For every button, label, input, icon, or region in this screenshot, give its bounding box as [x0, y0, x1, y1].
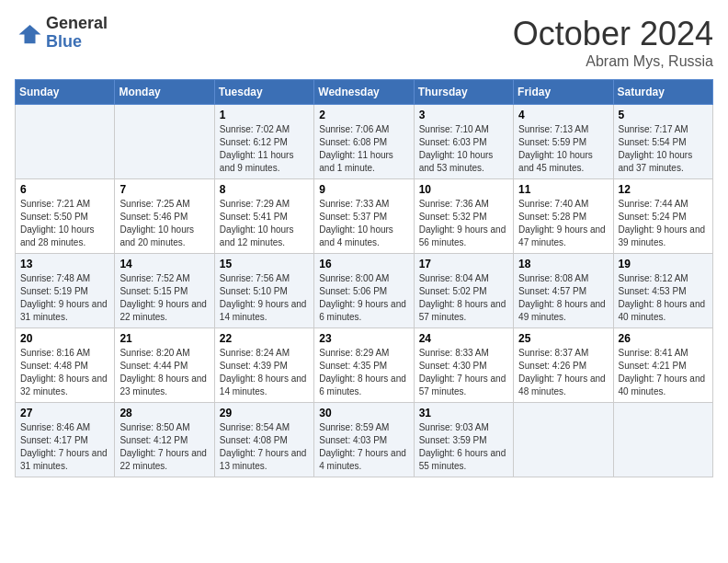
day-info: Sunrise: 8:37 AM Sunset: 4:26 PM Dayligh… [518, 347, 608, 398]
week-row-5: 27Sunrise: 8:46 AM Sunset: 4:17 PM Dayli… [16, 403, 713, 477]
svg-marker-0 [19, 25, 41, 43]
day-number: 19 [619, 258, 708, 270]
day-info: Sunrise: 7:33 AM Sunset: 5:37 PM Dayligh… [319, 198, 408, 249]
day-number: 29 [220, 407, 309, 419]
calendar-table: SundayMondayTuesdayWednesdayThursdayFrid… [15, 79, 713, 477]
day-cell [514, 403, 613, 477]
logo-icon [15, 19, 42, 47]
day-number: 14 [119, 258, 209, 270]
day-number: 9 [319, 183, 408, 196]
day-cell: 25Sunrise: 8:37 AM Sunset: 4:26 PM Dayli… [514, 328, 613, 403]
col-header-wednesday: Wednesday [314, 80, 414, 105]
day-cell: 11Sunrise: 7:40 AM Sunset: 5:28 PM Dayli… [514, 179, 613, 254]
day-info: Sunrise: 8:20 AM Sunset: 4:44 PM Dayligh… [119, 347, 209, 398]
week-row-2: 6Sunrise: 7:21 AM Sunset: 5:50 PM Daylig… [16, 179, 713, 254]
day-info: Sunrise: 9:03 AM Sunset: 3:59 PM Dayligh… [419, 421, 508, 473]
day-cell: 16Sunrise: 8:00 AM Sunset: 5:06 PM Dayli… [314, 254, 414, 328]
day-info: Sunrise: 7:02 AM Sunset: 6:12 PM Dayligh… [220, 123, 309, 175]
day-cell: 14Sunrise: 7:52 AM Sunset: 5:15 PM Dayli… [115, 254, 214, 328]
day-info: Sunrise: 8:29 AM Sunset: 4:35 PM Dayligh… [319, 347, 408, 398]
day-number: 31 [419, 407, 508, 419]
day-cell: 27Sunrise: 8:46 AM Sunset: 4:17 PM Dayli… [16, 403, 115, 477]
day-number: 17 [419, 258, 508, 270]
day-number: 2 [319, 109, 408, 121]
day-cell: 9Sunrise: 7:33 AM Sunset: 5:37 PM Daylig… [314, 179, 414, 254]
day-cell: 30Sunrise: 8:59 AM Sunset: 4:03 PM Dayli… [314, 403, 414, 477]
day-cell: 23Sunrise: 8:29 AM Sunset: 4:35 PM Dayli… [314, 328, 414, 403]
day-number: 6 [20, 183, 109, 196]
day-cell: 4Sunrise: 7:13 AM Sunset: 5:59 PM Daylig… [514, 105, 613, 179]
day-number: 4 [518, 109, 608, 121]
col-header-monday: Monday [115, 80, 214, 105]
day-info: Sunrise: 8:41 AM Sunset: 4:21 PM Dayligh… [619, 347, 708, 398]
day-cell: 22Sunrise: 8:24 AM Sunset: 4:39 PM Dayli… [214, 328, 313, 403]
day-info: Sunrise: 8:16 AM Sunset: 4:48 PM Dayligh… [20, 347, 109, 398]
month-title: October 2024 [513, 15, 713, 53]
day-number: 15 [220, 258, 309, 270]
day-number: 18 [518, 258, 608, 270]
col-header-sunday: Sunday [16, 80, 115, 105]
day-info: Sunrise: 7:17 AM Sunset: 5:54 PM Dayligh… [619, 123, 708, 175]
day-number: 11 [518, 183, 608, 196]
day-number: 24 [419, 332, 508, 345]
day-cell: 21Sunrise: 8:20 AM Sunset: 4:44 PM Dayli… [115, 328, 214, 403]
day-info: Sunrise: 8:00 AM Sunset: 5:06 PM Dayligh… [319, 272, 408, 324]
week-row-4: 20Sunrise: 8:16 AM Sunset: 4:48 PM Dayli… [16, 328, 713, 403]
day-number: 27 [20, 407, 109, 419]
day-info: Sunrise: 7:56 AM Sunset: 5:10 PM Dayligh… [220, 272, 309, 324]
day-number: 22 [220, 332, 309, 345]
day-cell: 13Sunrise: 7:48 AM Sunset: 5:19 PM Dayli… [16, 254, 115, 328]
day-cell: 8Sunrise: 7:29 AM Sunset: 5:41 PM Daylig… [214, 179, 313, 254]
logo-line2: Blue [46, 33, 108, 52]
day-number: 23 [319, 332, 408, 345]
day-number: 13 [20, 258, 109, 270]
day-cell: 20Sunrise: 8:16 AM Sunset: 4:48 PM Dayli… [16, 328, 115, 403]
day-info: Sunrise: 7:40 AM Sunset: 5:28 PM Dayligh… [518, 198, 608, 249]
day-number: 25 [518, 332, 608, 345]
day-number: 30 [319, 407, 408, 419]
day-number: 5 [619, 109, 708, 121]
week-row-1: 1Sunrise: 7:02 AM Sunset: 6:12 PM Daylig… [16, 105, 713, 179]
day-info: Sunrise: 7:13 AM Sunset: 5:59 PM Dayligh… [518, 123, 608, 175]
col-header-saturday: Saturday [613, 80, 712, 105]
location-subtitle: Abram Mys, Russia [513, 53, 713, 70]
day-cell: 24Sunrise: 8:33 AM Sunset: 4:30 PM Dayli… [414, 328, 513, 403]
day-cell: 26Sunrise: 8:41 AM Sunset: 4:21 PM Dayli… [613, 328, 712, 403]
day-info: Sunrise: 8:08 AM Sunset: 4:57 PM Dayligh… [518, 272, 608, 324]
col-header-friday: Friday [514, 80, 613, 105]
logo-line1: General [46, 15, 108, 33]
day-number: 21 [119, 332, 209, 345]
day-cell: 19Sunrise: 8:12 AM Sunset: 4:53 PM Dayli… [613, 254, 712, 328]
day-info: Sunrise: 7:10 AM Sunset: 6:03 PM Dayligh… [419, 123, 508, 175]
day-info: Sunrise: 7:36 AM Sunset: 5:32 PM Dayligh… [419, 198, 508, 249]
day-info: Sunrise: 7:21 AM Sunset: 5:50 PM Dayligh… [20, 198, 109, 249]
day-info: Sunrise: 8:04 AM Sunset: 5:02 PM Dayligh… [419, 272, 508, 324]
day-info: Sunrise: 8:50 AM Sunset: 4:12 PM Dayligh… [119, 421, 209, 473]
day-number: 8 [220, 183, 309, 196]
day-cell: 7Sunrise: 7:25 AM Sunset: 5:46 PM Daylig… [115, 179, 214, 254]
day-info: Sunrise: 8:24 AM Sunset: 4:39 PM Dayligh… [220, 347, 309, 398]
logo: General Blue [15, 15, 108, 52]
day-number: 7 [119, 183, 209, 196]
day-cell: 15Sunrise: 7:56 AM Sunset: 5:10 PM Dayli… [214, 254, 313, 328]
day-cell: 10Sunrise: 7:36 AM Sunset: 5:32 PM Dayli… [414, 179, 513, 254]
week-row-3: 13Sunrise: 7:48 AM Sunset: 5:19 PM Dayli… [16, 254, 713, 328]
day-info: Sunrise: 8:59 AM Sunset: 4:03 PM Dayligh… [319, 421, 408, 473]
day-number: 3 [419, 109, 508, 121]
day-number: 12 [619, 183, 708, 196]
day-cell [613, 403, 712, 477]
day-number: 10 [419, 183, 508, 196]
day-cell [115, 105, 214, 179]
day-number: 20 [20, 332, 109, 345]
col-header-tuesday: Tuesday [214, 80, 313, 105]
day-cell: 5Sunrise: 7:17 AM Sunset: 5:54 PM Daylig… [613, 105, 712, 179]
day-info: Sunrise: 7:06 AM Sunset: 6:08 PM Dayligh… [319, 123, 408, 175]
calendar-header-row: SundayMondayTuesdayWednesdayThursdayFrid… [16, 80, 713, 105]
day-number: 16 [319, 258, 408, 270]
day-info: Sunrise: 7:48 AM Sunset: 5:19 PM Dayligh… [20, 272, 109, 324]
day-number: 28 [119, 407, 209, 419]
day-cell [16, 105, 115, 179]
day-cell: 3Sunrise: 7:10 AM Sunset: 6:03 PM Daylig… [414, 105, 513, 179]
day-cell: 6Sunrise: 7:21 AM Sunset: 5:50 PM Daylig… [16, 179, 115, 254]
day-number: 26 [619, 332, 708, 345]
